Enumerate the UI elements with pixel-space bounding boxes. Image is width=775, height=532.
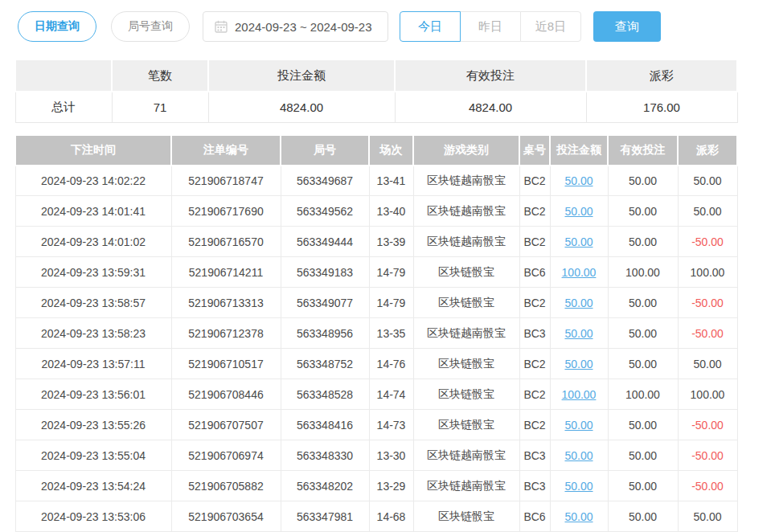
cell-round-id: 563349687 xyxy=(281,166,369,196)
quick-filter-last8days[interactable]: 近8日 xyxy=(520,11,581,42)
cell-round-id: 563349444 xyxy=(281,227,369,257)
col-payout: 派彩 xyxy=(678,135,737,166)
cell-payout: 50.00 xyxy=(678,349,737,379)
cell-order-id: 521906708446 xyxy=(171,379,281,410)
summary-total-count: 71 xyxy=(112,92,208,122)
bet-amount-link[interactable]: 100.00 xyxy=(562,266,597,279)
cell-payout: 50.00 xyxy=(678,501,737,532)
cell-bet-amount: 50.00 xyxy=(550,288,608,318)
table-row: 2024-09-23 13:54:24 521906705882 5633482… xyxy=(15,471,737,501)
summary-header-row: 笔数 投注金额 有效投注 派彩 xyxy=(15,59,737,92)
cell-order-id: 521906707507 xyxy=(171,410,281,440)
cell-table-no: BC3 xyxy=(519,318,550,349)
col-bet-amount: 投注金额 xyxy=(550,135,608,166)
calendar-icon xyxy=(215,20,228,33)
cell-payout: 100.00 xyxy=(678,379,737,410)
cell-session: 14-73 xyxy=(369,410,413,440)
cell-payout: -50.00 xyxy=(678,227,737,257)
cell-session: 13-40 xyxy=(369,196,413,227)
cell-order-id: 521906706974 xyxy=(171,440,281,471)
cell-table-no: BC2 xyxy=(519,227,550,257)
date-range-input[interactable]: 2024-09-23 ~ 2024-09-23 xyxy=(203,11,388,42)
bet-amount-link[interactable]: 100.00 xyxy=(562,388,597,401)
date-query-tab[interactable]: 日期查询 xyxy=(18,11,96,42)
bet-amount-link[interactable]: 50.00 xyxy=(564,510,593,523)
summary-total-label: 总计 xyxy=(15,92,112,122)
cell-bet-amount: 100.00 xyxy=(550,379,608,410)
bet-amount-link[interactable]: 50.00 xyxy=(564,449,593,462)
summary-header-count: 笔数 xyxy=(112,59,208,92)
cell-round-id: 563348956 xyxy=(281,318,369,349)
cell-game-type: 区块链越南骰宝 xyxy=(413,166,519,196)
table-row: 2024-09-23 13:56:01 521906708446 5633485… xyxy=(15,379,737,410)
cell-game-type: 区块链骰宝 xyxy=(413,288,519,318)
bet-amount-link[interactable]: 50.00 xyxy=(564,480,593,493)
quick-filter-today[interactable]: 今日 xyxy=(400,11,461,42)
col-table-no: 桌号 xyxy=(519,135,550,166)
cell-table-no: BC2 xyxy=(519,379,550,410)
cell-payout: -50.00 xyxy=(678,471,737,501)
cell-payout: -50.00 xyxy=(678,410,737,440)
cell-round-id: 563348528 xyxy=(281,379,369,410)
cell-valid-bet: 50.00 xyxy=(608,166,678,196)
cell-valid-bet: 50.00 xyxy=(608,501,678,532)
table-row: 2024-09-23 13:57:11 521906710517 5633487… xyxy=(15,349,737,379)
cell-table-no: BC3 xyxy=(519,471,550,501)
cell-bet-time: 2024-09-23 13:58:23 xyxy=(15,318,171,349)
cell-round-id: 563348416 xyxy=(281,410,369,440)
summary-total-payout: 176.00 xyxy=(586,92,737,122)
table-row: 2024-09-23 13:53:06 521906703654 5633479… xyxy=(15,501,737,532)
quick-filter-yesterday[interactable]: 昨日 xyxy=(460,11,521,42)
cell-order-id: 521906714211 xyxy=(171,257,281,288)
quick-filter-group: 今日 昨日 近8日 xyxy=(400,11,581,42)
cell-bet-time: 2024-09-23 13:55:26 xyxy=(15,410,171,440)
cell-order-id: 521906717690 xyxy=(171,196,281,227)
cell-table-no: BC2 xyxy=(519,410,550,440)
cell-bet-time: 2024-09-23 13:55:04 xyxy=(15,440,171,471)
round-query-tab[interactable]: 局号查询 xyxy=(111,11,190,42)
table-row: 2024-09-23 14:01:41 521906717690 5633495… xyxy=(15,196,737,227)
cell-round-id: 563348202 xyxy=(281,471,369,501)
cell-order-id: 521906716570 xyxy=(171,227,281,257)
bet-records-table: 下注时间 注单编号 局号 场次 游戏类别 桌号 投注金额 有效投注 派彩 202… xyxy=(14,134,738,532)
bet-amount-link[interactable]: 50.00 xyxy=(564,174,593,187)
bet-amount-link[interactable]: 50.00 xyxy=(564,419,593,432)
cell-table-no: BC2 xyxy=(519,166,550,196)
cell-order-id: 521906713313 xyxy=(171,288,281,318)
cell-table-no: BC2 xyxy=(519,288,550,318)
search-button[interactable]: 查询 xyxy=(593,11,661,42)
cell-bet-amount: 50.00 xyxy=(550,166,608,196)
bet-amount-link[interactable]: 50.00 xyxy=(564,327,593,340)
cell-game-type: 区块链越南骰宝 xyxy=(413,440,519,471)
bet-amount-link[interactable]: 50.00 xyxy=(564,358,593,370)
cell-bet-amount: 50.00 xyxy=(550,440,608,471)
cell-bet-time: 2024-09-23 13:56:01 xyxy=(15,379,171,410)
cell-bet-amount: 50.00 xyxy=(550,318,608,349)
cell-bet-amount: 50.00 xyxy=(550,410,608,440)
col-session: 场次 xyxy=(369,135,413,166)
cell-bet-time: 2024-09-23 14:02:22 xyxy=(15,166,171,196)
cell-round-id: 563349077 xyxy=(281,288,369,318)
cell-bet-time: 2024-09-23 14:01:02 xyxy=(15,227,171,257)
table-row: 2024-09-23 13:58:23 521906712378 5633489… xyxy=(15,318,737,349)
summary-table: 笔数 投注金额 有效投注 派彩 总计 71 4824.00 4824.00 17… xyxy=(14,59,738,123)
cell-table-no: BC6 xyxy=(519,501,550,532)
summary-header-payout: 派彩 xyxy=(586,59,737,92)
bet-amount-link[interactable]: 50.00 xyxy=(564,297,593,309)
cell-session: 13-39 xyxy=(369,227,413,257)
bet-amount-link[interactable]: 50.00 xyxy=(564,205,593,218)
cell-valid-bet: 50.00 xyxy=(608,349,678,379)
query-toolbar: 日期查询 局号查询 2024-09-23 ~ 2024-09-23 今日 昨日 … xyxy=(0,0,775,42)
cell-bet-time: 2024-09-23 13:59:31 xyxy=(15,257,171,288)
bet-amount-link[interactable]: 50.00 xyxy=(564,235,593,248)
cell-session: 13-29 xyxy=(369,471,413,501)
cell-bet-amount: 50.00 xyxy=(550,349,608,379)
cell-round-id: 563349183 xyxy=(281,257,369,288)
cell-order-id: 521906703654 xyxy=(171,501,281,532)
cell-round-id: 563348752 xyxy=(281,349,369,379)
bet-table-body: 2024-09-23 14:02:22 521906718747 5633496… xyxy=(15,166,737,532)
table-row: 2024-09-23 14:01:02 521906716570 5633494… xyxy=(15,227,737,257)
cell-bet-amount: 50.00 xyxy=(550,501,608,532)
cell-bet-amount: 50.00 xyxy=(550,471,608,501)
cell-bet-time: 2024-09-23 14:01:41 xyxy=(15,196,171,227)
